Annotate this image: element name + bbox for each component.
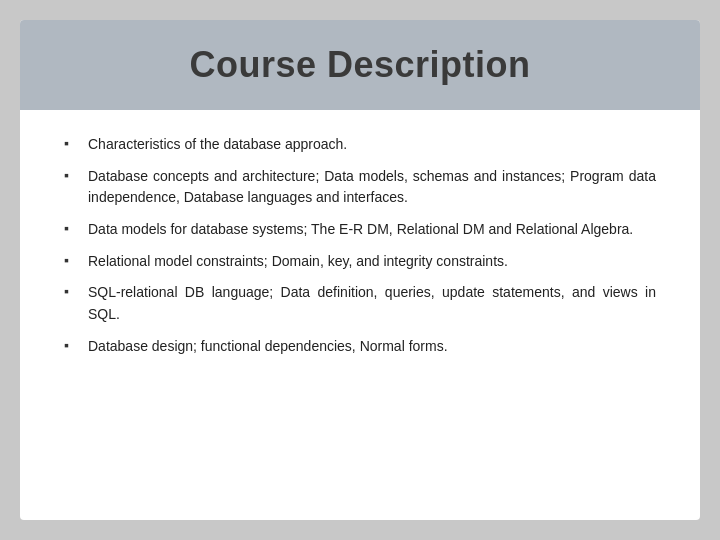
bullet-marker: ▪ (64, 135, 82, 151)
list-item: ▪ Database concepts and architecture; Da… (64, 166, 656, 209)
bullet-marker: ▪ (64, 167, 82, 183)
list-item: ▪ SQL-relational DB language; Data defin… (64, 282, 656, 325)
slide-container: Course Description ▪ Characteristics of … (20, 20, 700, 520)
slide-title: Course Description (189, 44, 530, 86)
bullet-marker: ▪ (64, 337, 82, 353)
list-item: ▪ Database design; functional dependenci… (64, 336, 656, 358)
bullet-text: Characteristics of the database approach… (88, 134, 347, 156)
slide-body: ▪ Characteristics of the database approa… (20, 110, 700, 520)
bullet-text: Database design; functional dependencies… (88, 336, 448, 358)
bullet-text: Database concepts and architecture; Data… (88, 166, 656, 209)
bullet-marker: ▪ (64, 220, 82, 236)
list-item: ▪ Characteristics of the database approa… (64, 134, 656, 156)
slide-header: Course Description (20, 20, 700, 110)
bullet-text: SQL-relational DB language; Data definit… (88, 282, 656, 325)
list-item: ▪ Data models for database systems; The … (64, 219, 656, 241)
bullet-marker: ▪ (64, 252, 82, 268)
bullet-text: Data models for database systems; The E-… (88, 219, 633, 241)
bullet-marker: ▪ (64, 283, 82, 299)
list-item: ▪ Relational model constraints; Domain, … (64, 251, 656, 273)
bullet-text: Relational model constraints; Domain, ke… (88, 251, 508, 273)
